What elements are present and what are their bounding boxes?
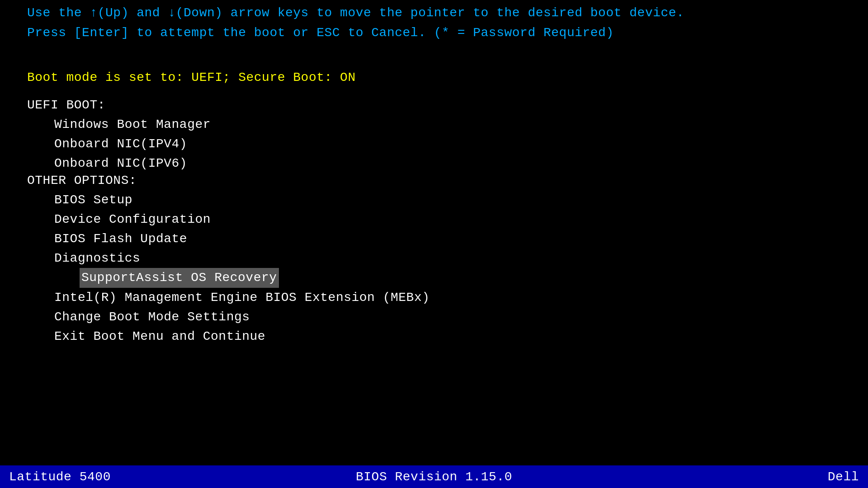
menu-item-onboard-nic-ipv6[interactable]: Onboard NIC(IPV6) [27, 154, 841, 173]
menu-item-exit-boot-menu[interactable]: Exit Boot Menu and Continue [27, 327, 841, 346]
menu-item-onboard-nic-ipv4[interactable]: Onboard NIC(IPV4) [27, 134, 841, 154]
boot-mode-line: Boot mode is set to: UEFI; Secure Boot: … [27, 70, 841, 84]
menu-item-supportassist-os-recovery[interactable]: SupportAssist OS Recovery [80, 268, 279, 287]
menu-item-bios-flash-update[interactable]: BIOS Flash Update [27, 229, 841, 249]
uefi-section-header: UEFI BOOT: [27, 98, 841, 112]
menu-item-bios-setup[interactable]: BIOS Setup [27, 190, 841, 210]
menu-item-intel-mebx[interactable]: Intel(R) Management Engine BIOS Extensio… [27, 288, 841, 307]
other-section-header: OTHER OPTIONS: [27, 174, 841, 188]
status-bar-device: Latitude 5400 [9, 470, 111, 484]
uefi-items: Windows Boot Manager Onboard NIC(IPV4) O… [27, 115, 841, 174]
menu-item-windows-boot-manager[interactable]: Windows Boot Manager [27, 115, 841, 134]
instruction-line-1: Use the ↑(Up) and ↓(Down) arrow keys to … [27, 4, 841, 23]
menu-item-diagnostics[interactable]: Diagnostics [27, 249, 841, 268]
other-items: BIOS Setup Device Configuration BIOS Fla… [27, 190, 841, 347]
menu-item-change-boot-mode[interactable]: Change Boot Mode Settings [27, 307, 841, 327]
status-bar: Latitude 5400 BIOS Revision 1.15.0 Dell [0, 465, 868, 488]
instruction-line-2: Press [Enter] to attempt the boot or ESC… [27, 23, 841, 42]
status-bar-bios: BIOS Revision 1.15.0 [356, 470, 512, 484]
menu-item-device-configuration[interactable]: Device Configuration [27, 210, 841, 229]
status-bar-brand: Dell [828, 470, 859, 484]
main-content: Use the ↑(Up) and ↓(Down) arrow keys to … [0, 0, 868, 465]
